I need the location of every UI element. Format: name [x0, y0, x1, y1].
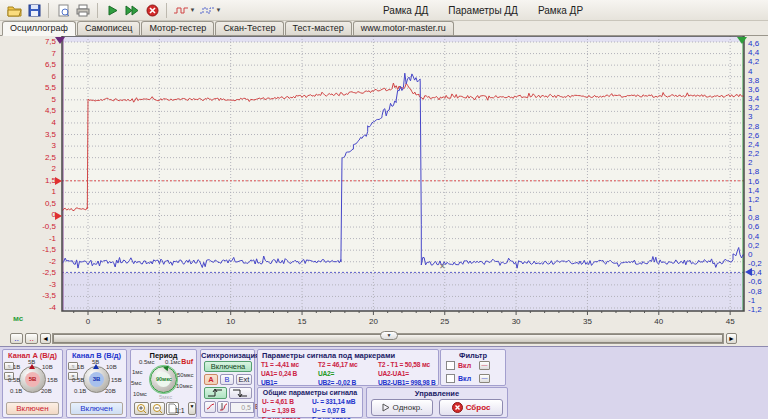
channel-a-enabled-button[interactable]: Включен [6, 402, 59, 415]
waveform-a-icon[interactable]: ▼ [171, 1, 197, 19]
tab-осциллограф[interactable]: Осциллограф [2, 21, 76, 36]
filter-checkbox[interactable] [446, 361, 455, 370]
right-axis-label: 2 [748, 159, 752, 167]
menu-ramka-dd[interactable]: Рамка ДД [373, 3, 438, 18]
left-axis-label: -4 [30, 304, 56, 312]
mouse-cursor-icon: ✕ [439, 262, 446, 271]
waveform-plot[interactable] [0, 36, 768, 316]
menu-ramka-dr[interactable]: Рамка ДР [528, 3, 593, 18]
single-shot-button[interactable]: Однокр. [371, 399, 433, 416]
dropdown-arrow-icon[interactable]: ▼ [190, 7, 196, 13]
right-axis-label: 2,2 [748, 150, 759, 158]
marker2-handle[interactable] [737, 37, 747, 44]
tab-скан-тестер[interactable]: Скан-Тестер [215, 21, 283, 35]
trigger-level-input[interactable]: 0,5 [230, 402, 254, 413]
rising-edge-button[interactable] [204, 387, 227, 399]
knob-tick-label: 5мс [131, 380, 141, 387]
save-icon[interactable] [24, 1, 44, 19]
x-axis-label: 30 [507, 317, 525, 326]
trigger-mode1-button[interactable] [204, 401, 216, 413]
waveform-b-icon[interactable]: ▼ [197, 1, 223, 19]
sync-enabled-button[interactable]: Включена [204, 361, 252, 372]
print-icon[interactable] [73, 1, 93, 19]
preview-icon[interactable] [53, 1, 73, 19]
marker-measurement: UА2-UА1= [378, 369, 441, 378]
common-measurement: U~ = 0,97 В [312, 406, 355, 415]
stop-icon[interactable] [142, 1, 162, 19]
common-measurement: U~ = 1,39 В [262, 406, 302, 415]
marker1-handle[interactable] [55, 37, 65, 44]
right-axis-label: 3 [748, 113, 752, 121]
knob-tick-label: 0.5В [72, 377, 84, 384]
right-axis-label: 0 [748, 251, 752, 259]
trigger-mode2-button[interactable] [217, 401, 229, 413]
x-axis-label: 35 [578, 317, 596, 326]
marker-measurement: UВ2-UВ1= 998,98 В [378, 378, 441, 387]
period-knob[interactable]: 90мкс [150, 366, 177, 393]
right-axis-label: 0,2 [748, 242, 759, 250]
menu-bar: Рамка ДД Параметры ДД Рамка ДР [373, 3, 593, 18]
tab-тест-мастер[interactable]: Тест-мастер [285, 21, 352, 35]
left-axis-label: 4 [30, 119, 56, 127]
channel-b-zero-arrow[interactable] [745, 268, 752, 276]
play-icon[interactable] [102, 1, 122, 19]
marker-b-button[interactable]: ‥ [10, 333, 23, 344]
menu-parametry-dd[interactable]: Параметры ДД [438, 3, 528, 18]
left-axis-label: -3 [30, 281, 56, 289]
marker-a-button[interactable]: ‥ [25, 333, 38, 344]
common-measurement: U- = 4,61 В [262, 397, 302, 406]
control-group: Управление Однокр. Сброс [366, 387, 508, 418]
tab-www.motor-master.ru[interactable]: www.motor-master.ru [353, 21, 454, 35]
reset-label: Сброс [466, 403, 491, 412]
reset-button[interactable]: Сброс [439, 399, 503, 416]
filter-checkbox[interactable] [446, 374, 455, 383]
trigger-level-arrow[interactable] [55, 177, 62, 185]
right-axis-label: 3,2 [748, 104, 759, 112]
channel-a-group: Канал A (В/д) ≈ = 5В 0.1В0.5В1В5В10В15В2… [2, 349, 63, 418]
channel-a-zero-arrow[interactable] [55, 212, 62, 220]
right-axis-label: 3,8 [748, 77, 759, 85]
ratio-dropdown-button[interactable]: ▼ [188, 402, 196, 415]
left-axis-label: 3,5 [30, 131, 56, 139]
marker-measurement: T2 = 46,17 мс [318, 360, 378, 369]
tab-мотор-тестер[interactable]: Мотор-тестер [141, 21, 214, 35]
channel-a-knob-area: ≈ = 5В 0.1В0.5В1В5В10В15В20В [3, 360, 62, 400]
dropdown-arrow-icon[interactable]: ▼ [216, 7, 222, 13]
knob-tick-label: 1В [13, 364, 20, 371]
channel-b-enabled-button[interactable]: Включен [70, 402, 123, 415]
common-params-channel-b: U- = 331,14 мВU~ = 0,97 ВF = не опред. [312, 397, 355, 419]
left-axis-label: 2 [30, 165, 56, 173]
collapse-panel-button[interactable]: ▼ [380, 331, 398, 340]
zoom-in-button[interactable] [134, 402, 149, 415]
scroll-left-button[interactable]: ◄ [40, 333, 51, 344]
knob-tick-label: 0.5мс [139, 359, 154, 366]
sync-source-b-button[interactable]: B [220, 374, 234, 385]
left-axis-label: 0 [30, 211, 56, 219]
right-axis-label: 1,2 [748, 196, 759, 204]
filter-label: Вкл [458, 362, 471, 369]
zoom-out-button[interactable] [150, 402, 165, 415]
sync-source-a-button[interactable]: A [204, 374, 218, 385]
right-axis-label: -1 [748, 297, 755, 305]
open-icon[interactable] [4, 1, 24, 19]
right-axis-label: 4,4 [748, 49, 759, 57]
falling-edge-button[interactable] [229, 387, 252, 399]
tab-самописец[interactable]: Самописец [77, 21, 140, 35]
channel-b-group: Канал B (В/д) ≈ = 3В 0.1В0.5В1В5В10В15В2… [66, 349, 127, 418]
channel-b-knob-area: ≈ = 3В 0.1В0.5В1В5В10В15В20В [67, 360, 126, 400]
sync-source-ext-button[interactable]: Ext [236, 374, 252, 385]
period-group: Период Buf 90мкс 0.5мс0.1мс1мс50мкс5мс10… [130, 349, 197, 418]
fast-forward-icon[interactable] [122, 1, 142, 19]
filter-settings-button[interactable]: — [479, 374, 490, 383]
knob-tick-label: 15В [47, 377, 58, 384]
scroll-right-button[interactable]: ► [726, 333, 737, 344]
period-value: 90мкс [156, 372, 171, 387]
sync-title: Синхронизация [201, 351, 254, 360]
knob-tick-label: 15В [111, 377, 122, 384]
x-axis-label: 15 [293, 317, 311, 326]
left-axis-label: 3 [30, 142, 56, 150]
right-axis-label: 0,4 [748, 233, 759, 241]
filter-settings-button[interactable]: — [479, 361, 490, 370]
filter-title: Фильтр [441, 351, 505, 360]
knob-tick-label: 0.1В [10, 388, 22, 395]
